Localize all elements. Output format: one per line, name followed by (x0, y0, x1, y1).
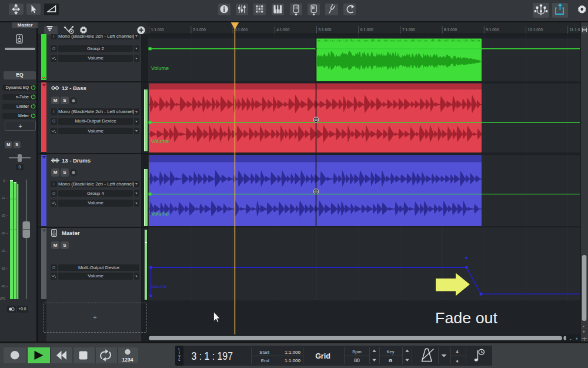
svg-text:Grid: Grid (315, 352, 330, 360)
svg-text:1:1:000: 1:1:000 (151, 28, 164, 32)
svg-text:3:1:000: 3:1:000 (235, 28, 248, 32)
svg-text:10:1:000: 10:1:000 (528, 28, 543, 32)
svg-text:1234: 1234 (122, 357, 133, 363)
svg-text:5:1:000: 5:1:000 (319, 28, 332, 32)
svg-text:80: 80 (354, 357, 360, 363)
svg-text:-: - (583, 323, 584, 329)
svg-text:3 : 1 : 197: 3 : 1 : 197 (192, 350, 233, 362)
svg-text:Fade out: Fade out (435, 309, 498, 327)
svg-text:4: 4 (456, 349, 459, 354)
svg-text:Volume: Volume (151, 65, 169, 71)
svg-text:Volume: Volume (151, 211, 169, 217)
svg-text:4: 4 (456, 359, 459, 364)
svg-text:G: G (389, 358, 392, 363)
svg-text:+: + (576, 336, 579, 342)
svg-text:6:1:000: 6:1:000 (360, 28, 373, 32)
svg-text:4:1:000: 4:1:000 (276, 28, 289, 32)
svg-text:1:1:000: 1:1:000 (285, 358, 300, 363)
svg-text:L: L (179, 348, 181, 351)
svg-text:Key: Key (387, 349, 395, 354)
svg-text:Start: Start (259, 350, 270, 355)
svg-text:E: E (178, 359, 180, 362)
svg-text:Bpm: Bpm (352, 349, 361, 354)
svg-text:V: V (178, 355, 181, 358)
svg-text:1:1:000: 1:1:000 (285, 350, 300, 355)
svg-text:8:1:000: 8:1:000 (444, 28, 457, 32)
svg-text:Volume: Volume (151, 284, 167, 289)
svg-text:End: End (261, 358, 269, 363)
svg-text:7:1:000: 7:1:000 (402, 28, 415, 32)
svg-text:I: I (179, 352, 179, 354)
svg-text:+: + (583, 329, 586, 334)
svg-text:9:1:000: 9:1:000 (486, 28, 499, 32)
svg-text:2:1:000: 2:1:000 (193, 28, 206, 32)
svg-text:-: - (570, 336, 572, 342)
svg-text:Volume: Volume (151, 138, 169, 144)
